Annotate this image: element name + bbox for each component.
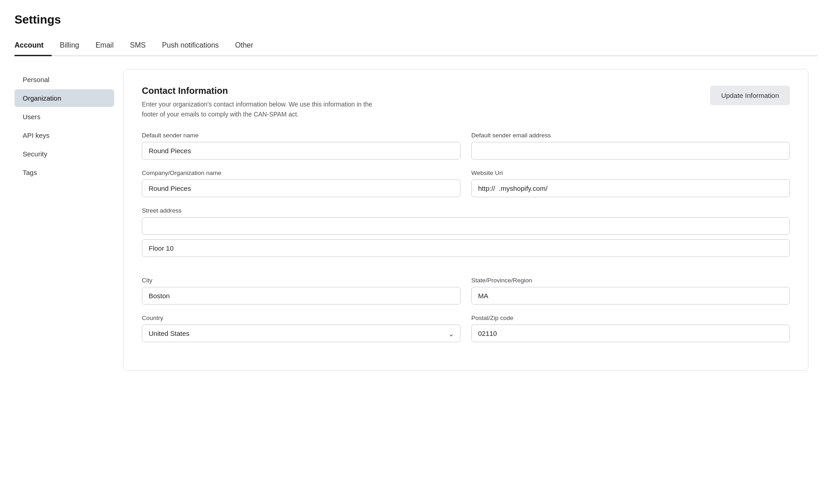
sender-email-label: Default sender email address — [471, 132, 790, 139]
tabs-bar: Account Billing Email SMS Push notificat… — [15, 37, 817, 56]
website-url-input[interactable] — [471, 179, 790, 197]
state-label: State/Province/Region — [471, 277, 790, 284]
country-label: Country — [142, 315, 460, 321]
form-group-sender-email: Default sender email address — [471, 132, 790, 160]
tab-other[interactable]: Other — [227, 37, 261, 56]
city-label: City — [142, 277, 460, 284]
form-group-city: City — [142, 277, 460, 305]
card-description: Enter your organization's contact inform… — [142, 100, 377, 119]
company-name-label: Company/Organization name — [142, 170, 460, 176]
street-address2-input[interactable] — [142, 239, 790, 257]
contact-information-card: Contact Information Enter your organizat… — [123, 69, 808, 371]
postal-label: Postal/Zip code — [471, 315, 790, 321]
card-title: Contact Information — [142, 86, 377, 96]
form-row-city-state: City State/Province/Region — [142, 277, 790, 305]
sidebar-item-users[interactable]: Users — [15, 108, 114, 126]
sidebar-item-security[interactable]: Security — [15, 145, 114, 163]
form-row-street: Street address — [142, 207, 790, 267]
tab-sms[interactable]: SMS — [122, 37, 154, 56]
sidebar-item-tags[interactable]: Tags — [15, 164, 114, 181]
state-input[interactable] — [471, 287, 790, 305]
street-address-label: Street address — [142, 207, 790, 214]
sender-email-input[interactable] — [471, 142, 790, 160]
postal-input[interactable] — [471, 325, 790, 342]
content-area: Contact Information Enter your organizat… — [114, 69, 817, 389]
country-select[interactable]: United States Canada United Kingdom Aust… — [142, 325, 460, 342]
company-name-input[interactable] — [142, 179, 460, 197]
card-header: Contact Information Enter your organizat… — [142, 86, 790, 119]
page-container: Settings Account Billing Email SMS Push … — [0, 0, 832, 389]
form-group-state: State/Province/Region — [471, 277, 790, 305]
card-header-text: Contact Information Enter your organizat… — [142, 86, 377, 119]
form-group-company-name: Company/Organization name — [142, 170, 460, 197]
tab-billing[interactable]: Billing — [52, 37, 87, 56]
page-title: Settings — [15, 13, 817, 27]
form-group-street: Street address — [142, 207, 790, 267]
sidebar-item-api-keys[interactable]: API keys — [15, 126, 114, 144]
form-group-sender-name: Default sender name — [142, 132, 460, 160]
form-group-website-url: Website Url — [471, 170, 790, 197]
form-row-sender: Default sender name Default sender email… — [142, 132, 790, 160]
sidebar-item-personal[interactable]: Personal — [15, 71, 114, 88]
main-layout: Personal Organization Users API keys Sec… — [15, 56, 817, 389]
country-select-wrapper: United States Canada United Kingdom Aust… — [142, 325, 460, 342]
tab-push-notifications[interactable]: Push notifications — [154, 37, 227, 56]
form-row-company: Company/Organization name Website Url — [142, 170, 790, 197]
form-row-country-postal: Country United States Canada United King… — [142, 315, 790, 342]
form-group-country: Country United States Canada United King… — [142, 315, 460, 342]
street-inputs — [142, 217, 790, 257]
sidebar-item-organization[interactable]: Organization — [15, 89, 114, 107]
street-address-input[interactable] — [142, 217, 790, 235]
sender-name-label: Default sender name — [142, 132, 460, 139]
tab-email[interactable]: Email — [87, 37, 122, 56]
city-input[interactable] — [142, 287, 460, 305]
update-information-button[interactable]: Update Information — [710, 86, 790, 105]
tab-account[interactable]: Account — [15, 37, 52, 56]
form-group-postal: Postal/Zip code — [471, 315, 790, 342]
sidebar: Personal Organization Users API keys Sec… — [15, 69, 114, 389]
website-url-label: Website Url — [471, 170, 790, 176]
sender-name-input[interactable] — [142, 142, 460, 160]
